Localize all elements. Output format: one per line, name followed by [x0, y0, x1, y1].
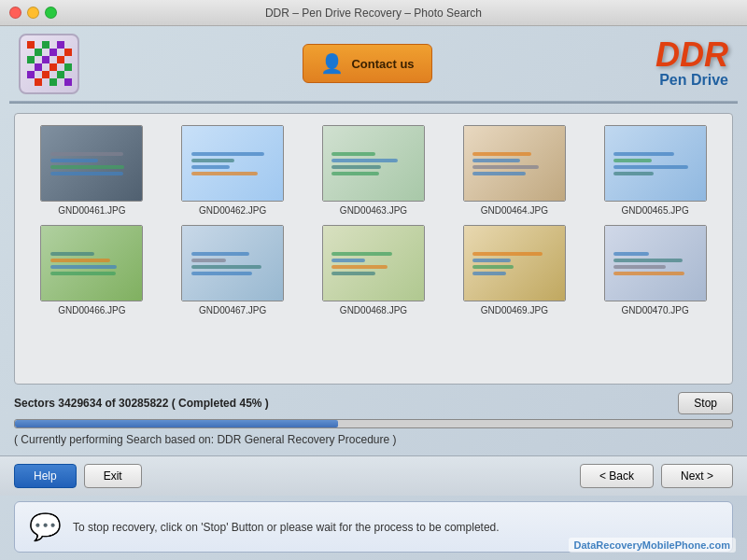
photo-thumb — [40, 125, 143, 202]
close-button[interactable] — [9, 7, 21, 19]
thumb-inner — [605, 126, 706, 201]
photo-item[interactable]: GND00467.JPG — [167, 225, 299, 315]
progress-bar-row — [14, 419, 733, 428]
progress-bar-container — [14, 419, 733, 428]
main-container: 👤 Contact us DDR Pen Drive GND00461.JPGG… — [0, 26, 747, 560]
thumb-inner — [323, 226, 424, 301]
photo-item[interactable]: GND00464.JPG — [448, 125, 580, 216]
thumb-inner — [605, 226, 706, 301]
ddr-logo: DDR Pen Drive — [655, 38, 728, 89]
next-button[interactable]: Next > — [661, 464, 733, 488]
photo-item[interactable]: GND00466.JPG — [26, 225, 158, 315]
photo-label: GND00462.JPG — [199, 205, 266, 216]
back-button[interactable]: < Back — [580, 464, 654, 488]
maximize-button[interactable] — [45, 7, 57, 19]
thumb-inner — [182, 126, 283, 201]
photo-thumb — [40, 225, 143, 301]
photo-label: GND00463.JPG — [340, 205, 407, 216]
pen-drive-subtitle: Pen Drive — [655, 72, 728, 89]
photo-thumb — [463, 125, 566, 202]
header: 👤 Contact us DDR Pen Drive — [0, 26, 747, 101]
exit-button[interactable]: Exit — [84, 464, 142, 488]
photo-thumb — [181, 125, 284, 202]
contact-button[interactable]: 👤 Contact us — [303, 44, 431, 83]
photo-item[interactable]: GND00463.JPG — [308, 125, 440, 216]
thumb-inner — [182, 226, 283, 301]
photo-thumb — [604, 125, 707, 202]
progress-label: Sectors 3429634 of 30285822 ( Completed … — [14, 397, 669, 410]
thumb-inner — [464, 226, 565, 301]
photo-label: GND00461.JPG — [58, 205, 125, 216]
thumb-inner — [464, 126, 565, 201]
photo-grid-container: GND00461.JPGGND00462.JPGGND00463.JPGGND0… — [14, 113, 733, 385]
photo-thumb — [463, 225, 566, 301]
content-area: GND00461.JPGGND00462.JPGGND00463.JPGGND0… — [0, 104, 747, 455]
photo-item[interactable]: GND00462.JPG — [167, 125, 299, 216]
app-wrapper: DDR – Pen Drive Recovery – Photo Search … — [0, 0, 747, 560]
photo-label: GND00468.JPG — [340, 305, 407, 315]
photo-label: GND00465.JPG — [621, 205, 688, 216]
info-icon: 💬 — [29, 511, 62, 542]
photo-label: GND00464.JPG — [481, 205, 548, 216]
thumb-inner — [41, 226, 142, 301]
title-bar: DDR – Pen Drive Recovery – Photo Search — [0, 0, 747, 26]
contact-label: Contact us — [351, 57, 414, 71]
photo-label: GND00466.JPG — [58, 305, 125, 315]
contact-icon: 👤 — [320, 52, 344, 75]
progress-bar-fill — [15, 420, 338, 427]
photo-thumb — [322, 225, 425, 301]
photo-thumb — [181, 225, 284, 301]
photo-item[interactable]: GND00470.JPG — [589, 225, 721, 315]
progress-area: Sectors 3429634 of 30285822 ( Completed … — [14, 392, 733, 446]
photo-item[interactable]: GND00461.JPG — [26, 125, 158, 216]
bottom-nav: Help Exit < Back Next > — [0, 455, 747, 496]
window-title: DDR – Pen Drive Recovery – Photo Search — [265, 7, 482, 20]
stop-button[interactable]: Stop — [678, 392, 733, 414]
status-text: ( Currently performing Search based on: … — [14, 433, 733, 446]
info-message: To stop recovery, click on 'Stop' Button… — [73, 521, 500, 534]
ddr-title: DDR — [655, 38, 728, 72]
window-controls — [9, 7, 57, 19]
watermark: DataRecoveryMobilePhone.com — [569, 538, 737, 553]
logo-box — [19, 34, 79, 94]
help-button[interactable]: Help — [14, 464, 77, 488]
thumb-inner — [41, 126, 142, 201]
progress-row: Sectors 3429634 of 30285822 ( Completed … — [14, 392, 733, 414]
photo-item[interactable]: GND00465.JPG — [589, 125, 721, 216]
photo-label: GND00467.JPG — [199, 305, 266, 315]
photo-item[interactable]: GND00468.JPG — [308, 225, 440, 315]
photo-label: GND00470.JPG — [621, 305, 688, 315]
photo-thumb — [322, 125, 425, 202]
photo-thumb — [604, 225, 707, 301]
photo-item[interactable]: GND00469.JPG — [448, 225, 580, 315]
thumb-inner — [323, 126, 424, 201]
logo-checkerboard — [27, 41, 72, 86]
photo-label: GND00469.JPG — [481, 305, 548, 315]
minimize-button[interactable] — [27, 7, 39, 19]
photo-grid: GND00461.JPGGND00462.JPGGND00463.JPGGND0… — [26, 125, 721, 315]
